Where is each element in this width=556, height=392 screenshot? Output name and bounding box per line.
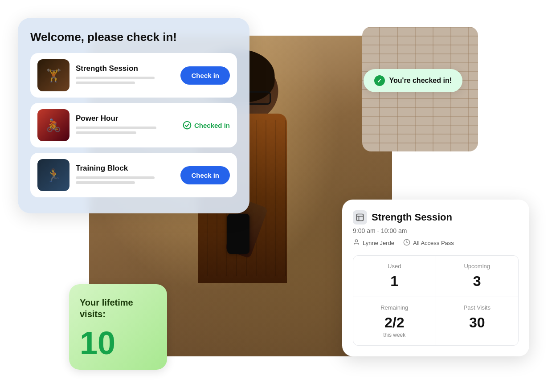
checked-in-toast: ✓ You're checked in! bbox=[364, 69, 462, 92]
power-hour-session-action: Checked in bbox=[183, 121, 230, 130]
toast-message: You're checked in! bbox=[389, 77, 452, 85]
strength-session-name: Strength Session bbox=[76, 64, 174, 73]
training-line-2 bbox=[76, 181, 135, 184]
svg-point-0 bbox=[184, 122, 191, 129]
pass-meta-icon bbox=[403, 239, 410, 247]
user-meta-icon bbox=[353, 239, 360, 247]
training-block-session-item: 🏃 Training Block Check in bbox=[30, 153, 237, 197]
strength-session-info: Strength Session bbox=[76, 64, 174, 86]
detail-session-icon bbox=[353, 210, 367, 225]
training-block-session-thumb: 🏃 bbox=[37, 159, 70, 191]
stat-upcoming-value: 3 bbox=[443, 273, 511, 290]
stat-remaining-value: 2/2 bbox=[360, 314, 429, 331]
strength-session-item: 🏋 Strength Session Check in bbox=[30, 53, 237, 98]
strength-session-thumb: 🏋 bbox=[37, 59, 70, 91]
svg-rect-1 bbox=[357, 214, 364, 221]
stat-remaining: Remaining 2/2 this week bbox=[353, 297, 436, 345]
training-block-session-name: Training Block bbox=[76, 164, 174, 173]
strength-line-2 bbox=[76, 82, 135, 84]
session-detail-card: Strength Session 9:00 am - 10:00 am Lynn… bbox=[342, 200, 529, 356]
stat-used-label: Used bbox=[360, 263, 429, 270]
training-line-1 bbox=[76, 176, 155, 179]
stat-upcoming-label: Upcoming bbox=[443, 263, 511, 270]
detail-pass: All Access Pass bbox=[403, 239, 454, 247]
power-hour-session-info: Power Hour bbox=[76, 114, 176, 136]
training-block-session-action: Check in bbox=[180, 166, 230, 184]
stat-past-visits-value: 30 bbox=[443, 314, 511, 331]
stat-past-visits: Past Visits 30 bbox=[436, 297, 519, 345]
stat-used: Used 1 bbox=[353, 256, 436, 297]
lifetime-label: Your lifetime visits: bbox=[80, 297, 156, 320]
toast-check-icon: ✓ bbox=[374, 75, 385, 86]
strength-session-action: Check in bbox=[180, 66, 230, 85]
detail-user: Lynne Jerde bbox=[353, 239, 394, 247]
training-checkin-button[interactable]: Check in bbox=[180, 166, 230, 184]
strength-figure-icon: 🏋 bbox=[46, 68, 61, 83]
stat-past-visits-label: Past Visits bbox=[443, 304, 511, 311]
stat-used-value: 1 bbox=[360, 273, 429, 290]
power-line-1 bbox=[76, 127, 156, 129]
power-hour-checked-label: Checked in bbox=[183, 121, 230, 130]
stats-grid: Used 1 Upcoming 3 Remaining 2/2 this wee… bbox=[353, 255, 519, 346]
power-hour-session-item: 🚴 Power Hour Checked in bbox=[30, 103, 237, 147]
power-hour-session-thumb: 🚴 bbox=[37, 109, 70, 141]
detail-time: 9:00 am - 10:00 am bbox=[353, 227, 519, 234]
checked-in-circle-icon bbox=[183, 121, 192, 130]
stat-remaining-label: Remaining bbox=[360, 304, 429, 311]
svg-point-2 bbox=[355, 240, 357, 242]
power-hour-session-name: Power Hour bbox=[76, 114, 176, 123]
training-block-session-info: Training Block bbox=[76, 164, 174, 186]
strength-checkin-button[interactable]: Check in bbox=[180, 66, 230, 85]
detail-pass-name: All Access Pass bbox=[413, 240, 454, 246]
checkin-card: Welcome, please check in! 🏋 Strength Ses… bbox=[18, 18, 249, 213]
checked-in-text: Checked in bbox=[194, 122, 230, 129]
stat-upcoming: Upcoming 3 bbox=[436, 256, 519, 297]
power-line-2 bbox=[76, 131, 136, 134]
lifetime-value: 10 bbox=[80, 327, 156, 359]
training-figure-icon: 🏃 bbox=[46, 168, 61, 183]
strength-line-1 bbox=[76, 77, 155, 79]
stat-remaining-sub: this week bbox=[360, 332, 429, 338]
detail-user-name: Lynne Jerde bbox=[363, 240, 394, 246]
detail-card-header: Strength Session bbox=[353, 210, 519, 225]
power-figure-icon: 🚴 bbox=[46, 118, 61, 133]
lifetime-visits-card: Your lifetime visits: 10 bbox=[69, 284, 167, 370]
checkin-title: Welcome, please check in! bbox=[30, 30, 237, 44]
detail-meta: Lynne Jerde All Access Pass bbox=[353, 239, 519, 247]
detail-session-name: Strength Session bbox=[372, 212, 452, 223]
